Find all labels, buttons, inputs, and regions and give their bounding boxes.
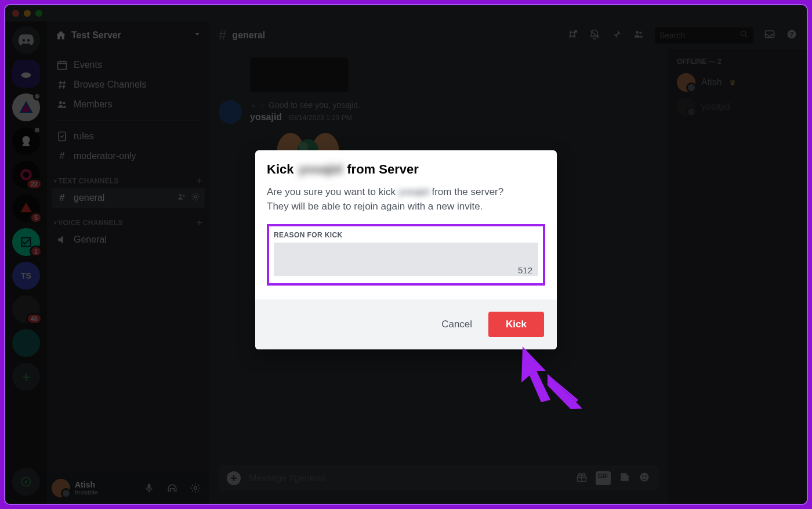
annotation-cursor-arrow — [516, 342, 585, 411]
kick-button[interactable]: Kick — [488, 312, 544, 337]
kick-reason-input[interactable] — [274, 243, 538, 276]
svg-marker-29 — [548, 374, 582, 409]
modal-backdrop[interactable]: Kick yosajid from Server Are you sure yo… — [5, 5, 807, 504]
char-counter: 512 — [518, 265, 532, 275]
modal-description: Are you sure you want to kick yosajid fr… — [267, 185, 545, 214]
modal-title: Kick yosajid from Server — [267, 162, 545, 177]
kick-user-modal: Kick yosajid from Server Are you sure yo… — [255, 150, 557, 349]
modal-footer: Cancel Kick — [255, 299, 557, 349]
reason-label: REASON FOR KICK — [274, 231, 538, 239]
reason-highlight-box: REASON FOR KICK 512 — [267, 224, 545, 286]
cancel-button[interactable]: Cancel — [441, 319, 472, 330]
